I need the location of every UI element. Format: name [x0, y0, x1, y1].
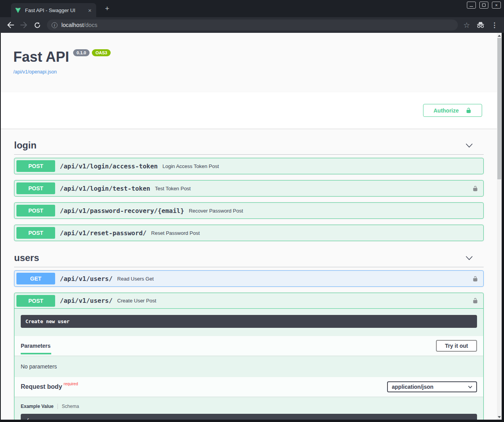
try-it-out-button[interactable]: Try it out — [436, 340, 477, 352]
method-badge: POST — [16, 227, 55, 239]
content-type-value: application/json — [392, 384, 434, 390]
schema-tab[interactable]: Schema — [57, 404, 79, 409]
request-body-label: Request body — [21, 383, 62, 390]
unlock-icon — [472, 297, 478, 304]
request-body-header: Request bodyrequired application/json — [14, 377, 483, 397]
unlock-icon — [466, 107, 472, 114]
forward-button[interactable] — [19, 20, 29, 30]
browser-menu-icon[interactable]: ⋮ — [491, 21, 498, 29]
authorize-button[interactable]: Authorize — [423, 104, 482, 117]
scrollbar-thumb[interactable] — [497, 38, 501, 179]
oas3-badge: OAS3 — [92, 49, 111, 56]
maximize-icon — [482, 4, 486, 7]
tab-close-icon[interactable]: × — [87, 7, 92, 14]
section-users: users GET /api/v1/users/ Read Users Get — [14, 249, 484, 420]
operation-summary-text: Reset Password Post — [151, 230, 481, 236]
url-bar[interactable]: i localhost/docs — [47, 20, 458, 30]
model-example: Example Value Schema { — [21, 404, 477, 420]
section-login: login POST /api/v1/login/access-token Lo… — [14, 136, 484, 241]
section-title: users — [14, 252, 39, 263]
operation-summary-text: Login Access Token Post — [162, 163, 481, 169]
back-button[interactable] — [5, 20, 16, 30]
operation-summary-text: Read Users Get — [117, 276, 472, 282]
page-info-icon[interactable]: i — [52, 22, 57, 28]
close-button[interactable]: × — [492, 2, 501, 9]
operation-summary-text: Create User Post — [117, 298, 472, 304]
content-type-select[interactable]: application/json — [387, 381, 477, 392]
operation-path: /api/v1/login/test-token — [60, 185, 150, 192]
operation-description: Create new user — [21, 315, 477, 328]
tab-title: Fast API - Swagger UI — [25, 7, 87, 13]
method-badge: POST — [16, 295, 55, 307]
url-text: localhost/docs — [61, 22, 97, 28]
auth-lock-button[interactable] — [472, 297, 478, 304]
operation-summary-text: Recover Password Post — [189, 208, 481, 214]
opblock-login-access-token: POST /api/v1/login/access-token Login Ac… — [14, 158, 484, 174]
fastapi-favicon-icon — [15, 7, 22, 13]
opblock-read-users: GET /api/v1/users/ Read Users Get — [14, 270, 484, 287]
method-badge: POST — [16, 182, 55, 194]
maximize-button[interactable] — [479, 2, 488, 9]
new-tab-button[interactable]: + — [102, 4, 112, 13]
scheme-container: Authorize — [1, 92, 497, 129]
section-login-header[interactable]: login — [14, 136, 484, 155]
operation-summary[interactable]: POST /api/v1/login/test-token Test Token… — [14, 181, 483, 196]
browser-window: Fast API - Swagger UI × + × i localhost/… — [0, 0, 504, 422]
section-users-header[interactable]: users — [14, 249, 484, 267]
auth-lock-button[interactable] — [472, 185, 478, 192]
operation-path: /api/v1/reset-password/ — [60, 229, 147, 237]
operation-summary-text: Test Token Post — [155, 186, 472, 191]
operation-summary[interactable]: POST /api/v1/users/ Create User Post — [14, 293, 483, 309]
reload-button[interactable] — [32, 20, 42, 30]
required-label: required — [64, 382, 78, 386]
page-scrollbar[interactable] — [497, 33, 502, 420]
operation-summary[interactable]: POST /api/v1/password-recovery/{email} R… — [14, 203, 483, 218]
parameters-tab: Parameters — [21, 343, 51, 354]
method-badge: GET — [16, 273, 55, 284]
opblock-password-recovery: POST /api/v1/password-recovery/{email} R… — [14, 202, 484, 219]
openapi-spec-link[interactable]: /api/v1/openapi.json — [13, 69, 57, 75]
operations-wrapper: login POST /api/v1/login/access-token Lo… — [1, 136, 497, 420]
opblock-create-user: POST /api/v1/users/ Create User Post Cre… — [14, 293, 484, 420]
scroll-up-arrow-icon[interactable] — [497, 33, 502, 38]
bookmark-star-icon[interactable]: ☆ — [463, 21, 470, 30]
scroll-down-arrow-icon[interactable] — [497, 415, 502, 419]
opblock-login-test-token: POST /api/v1/login/test-token Test Token… — [14, 180, 484, 197]
swagger-page: Fast API 0.1.0 OAS3 /api/v1/openapi.json… — [1, 33, 497, 420]
auth-lock-button[interactable] — [472, 275, 478, 282]
operation-path: /api/v1/users/ — [60, 297, 113, 304]
unlock-icon — [472, 275, 478, 282]
window-controls: × — [467, 2, 501, 9]
url-host: localhost — [61, 22, 84, 28]
method-badge: POST — [16, 205, 55, 216]
operation-summary[interactable]: POST /api/v1/reset-password/ Reset Passw… — [14, 225, 483, 241]
page-title: Fast API — [13, 48, 69, 65]
operation-path: /api/v1/login/access-token — [60, 163, 158, 170]
chevron-down-icon — [468, 386, 472, 388]
example-value-tab[interactable]: Example Value — [21, 404, 57, 409]
example-code-block: { — [21, 414, 477, 420]
minimize-icon — [470, 6, 473, 7]
chevron-down-icon[interactable] — [466, 256, 473, 260]
minimize-button[interactable] — [467, 2, 476, 9]
browser-tab[interactable]: Fast API - Swagger UI × — [11, 3, 96, 17]
browser-toolbar: i localhost/docs ☆ ⋮ — [0, 17, 504, 33]
page-viewport: Fast API 0.1.0 OAS3 /api/v1/openapi.json… — [0, 33, 504, 422]
api-info: Fast API 0.1.0 OAS3 /api/v1/openapi.json — [13, 48, 484, 75]
operation-body: Create new user Parameters Try it out No… — [14, 315, 483, 420]
method-badge: POST — [16, 160, 55, 172]
chevron-down-icon[interactable] — [466, 143, 473, 148]
browser-titlebar: Fast API - Swagger UI × + × — [0, 0, 504, 17]
operation-summary[interactable]: GET /api/v1/users/ Read Users Get — [14, 271, 483, 286]
parameters-header: Parameters Try it out — [14, 336, 483, 356]
section-title: login — [14, 140, 36, 151]
no-parameters-text: No parameters — [14, 356, 483, 377]
operation-path: /api/v1/users/ — [60, 275, 113, 283]
incognito-icon — [475, 20, 486, 30]
operation-summary[interactable]: POST /api/v1/login/access-token Login Ac… — [14, 158, 483, 174]
operation-path: /api/v1/password-recovery/{email} — [60, 207, 184, 215]
opblock-reset-password: POST /api/v1/reset-password/ Reset Passw… — [14, 225, 484, 241]
unlock-icon — [472, 185, 478, 192]
url-path: /docs — [84, 22, 97, 28]
authorize-label: Authorize — [434, 107, 459, 114]
